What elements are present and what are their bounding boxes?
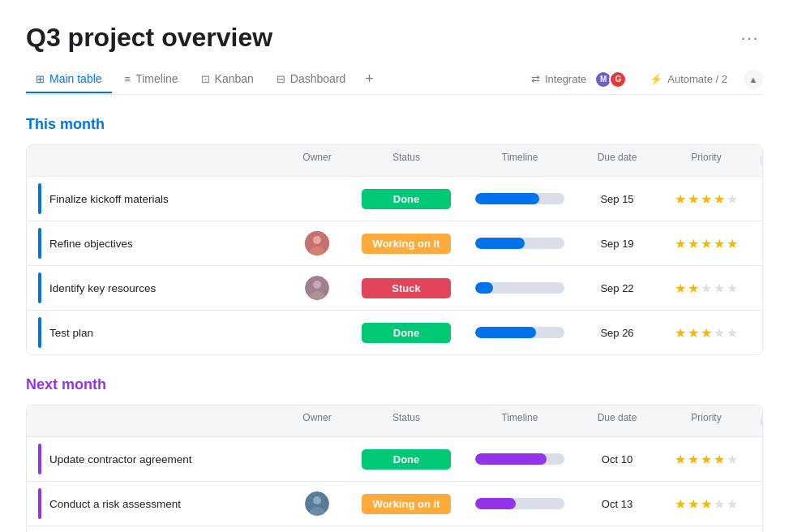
star-3: ★ — [701, 236, 712, 251]
star-5: ★ — [727, 325, 738, 341]
col-header-timeline: Timeline — [463, 405, 577, 436]
status-cell[interactable]: Done — [349, 182, 463, 216]
svg-point-4 — [313, 281, 321, 289]
this-month-table: Owner Status Timeline Due date Priority … — [26, 144, 763, 355]
table-row: Test plan Done Sep 26 ★ ★ — [27, 311, 762, 354]
star-3: ★ — [701, 325, 712, 341]
star-1: ★ — [675, 281, 686, 296]
due-date-cell: Oct 10 — [577, 447, 658, 472]
status-badge[interactable]: Working on it — [362, 234, 452, 254]
dashboard-icon: ⊟ — [277, 73, 285, 85]
add-column-button[interactable]: + — [760, 152, 763, 169]
timeline-bar — [475, 453, 564, 465]
due-date-cell: Sep 22 — [577, 276, 658, 301]
row-plus-cell — [755, 497, 763, 510]
add-tab-button[interactable]: + — [358, 64, 380, 94]
status-cell[interactable]: Done — [349, 316, 463, 350]
col-header-task — [33, 145, 285, 176]
avatar-img — [305, 276, 329, 300]
tab-main-table[interactable]: ⊞ Main table — [26, 66, 112, 93]
star-2: ★ — [688, 325, 699, 341]
timeline-bar — [475, 238, 564, 249]
star-4: ★ — [714, 496, 725, 512]
page-container: Q3 project overview ··· ⊞ Main table ≡ T… — [0, 0, 789, 532]
timeline-bar — [475, 282, 564, 294]
table-row: Monitor budget Stuck — [27, 526, 762, 532]
integrate-button[interactable]: ⇄ Integrate M G — [525, 67, 633, 92]
automate-icon: ⚡ — [650, 73, 663, 85]
next-month-table: Owner Status Timeline Due date Priority … — [26, 405, 763, 532]
due-date-cell: Sep 15 — [577, 187, 658, 212]
stars: ★ ★ ★ ★ ★ — [675, 191, 738, 207]
row-plus-cell — [755, 326, 763, 339]
timeline-fill — [475, 193, 539, 204]
col-header-owner: Owner — [285, 145, 349, 176]
col-header-timeline: Timeline — [463, 145, 577, 176]
avatar-img — [305, 491, 329, 516]
star-3: ★ — [701, 452, 712, 467]
status-badge[interactable]: Stuck — [362, 278, 451, 298]
kanban-icon: ⊡ — [201, 73, 210, 85]
timeline-fill — [475, 453, 547, 465]
owner-cell — [285, 192, 349, 205]
star-2: ★ — [688, 496, 699, 512]
timeline-bar — [475, 498, 564, 509]
stars: ★ ★ ★ ★ ★ — [675, 325, 738, 341]
row-bar — [38, 183, 41, 214]
status-cell[interactable]: Working on it — [349, 227, 463, 260]
priority-cell: ★ ★ ★ ★ ★ — [658, 445, 755, 474]
status-badge[interactable]: Working on it — [362, 494, 452, 514]
task-cell: Identify key resources — [33, 266, 285, 310]
star-4: ★ — [714, 452, 725, 467]
priority-cell: ★ ★ ★ ★ ★ — [658, 490, 755, 518]
next-month-header: Next month — [26, 371, 763, 398]
tab-timeline[interactable]: ≡ Timeline — [115, 66, 188, 93]
col-header-due-date: Due date — [577, 145, 658, 176]
status-badge[interactable]: Done — [362, 323, 451, 343]
star-3: ★ — [701, 191, 712, 207]
col-header-priority: Priority — [658, 405, 755, 436]
star-4: ★ — [714, 325, 725, 341]
timeline-cell — [463, 187, 577, 211]
owner-cell — [285, 269, 349, 307]
tabs-right: ⇄ Integrate M G ⚡ Automate / 2 ▲ — [525, 67, 763, 92]
status-cell[interactable]: Stuck — [349, 272, 463, 305]
priority-cell: ★ ★ ★ ★ ★ — [658, 274, 755, 302]
star-5: ★ — [727, 496, 738, 512]
row-bar — [38, 317, 41, 348]
row-plus-cell — [755, 453, 763, 466]
avatar-img — [305, 231, 329, 255]
priority-cell: ★ ★ ★ ★ ★ — [658, 230, 755, 258]
col-header-add: + — [755, 405, 763, 436]
collapse-button[interactable]: ▲ — [744, 70, 763, 89]
timeline-fill — [475, 238, 525, 249]
star-4: ★ — [714, 191, 725, 207]
status-cell[interactable]: Done — [349, 443, 463, 476]
automate-button[interactable]: ⚡ Automate / 2 — [643, 70, 734, 88]
owner-cell — [285, 453, 349, 466]
tab-dashboard[interactable]: ⊟ Dashboard — [267, 66, 356, 93]
table-row: Conduct a risk assessment Working on it — [27, 482, 762, 526]
star-2: ★ — [688, 452, 699, 467]
status-cell[interactable]: Working on it — [349, 487, 463, 521]
table-icon: ⊞ — [36, 73, 45, 85]
add-column-button[interactable]: + — [760, 412, 763, 430]
star-1: ★ — [675, 236, 686, 251]
status-badge[interactable]: Done — [362, 189, 451, 209]
due-date-cell: Oct 13 — [577, 491, 658, 517]
task-cell: Test plan — [33, 311, 285, 354]
star-5: ★ — [727, 191, 738, 207]
star-2: ★ — [688, 191, 699, 207]
stars: ★ ★ ★ ★ ★ — [675, 452, 738, 467]
timeline-fill — [475, 327, 536, 338]
integrate-icon: ⇄ — [531, 73, 540, 85]
task-cell: Update contractor agreement — [33, 437, 285, 481]
star-5: ★ — [727, 236, 738, 251]
timeline-bar — [475, 193, 564, 204]
tab-kanban[interactable]: ⊡ Kanban — [191, 66, 264, 93]
avatar — [305, 276, 329, 300]
stars: ★ ★ ★ ★ ★ — [675, 281, 738, 296]
status-badge[interactable]: Done — [362, 449, 451, 470]
more-options-button[interactable]: ··· — [737, 25, 763, 51]
next-month-table-header: Owner Status Timeline Due date Priority … — [27, 405, 762, 437]
